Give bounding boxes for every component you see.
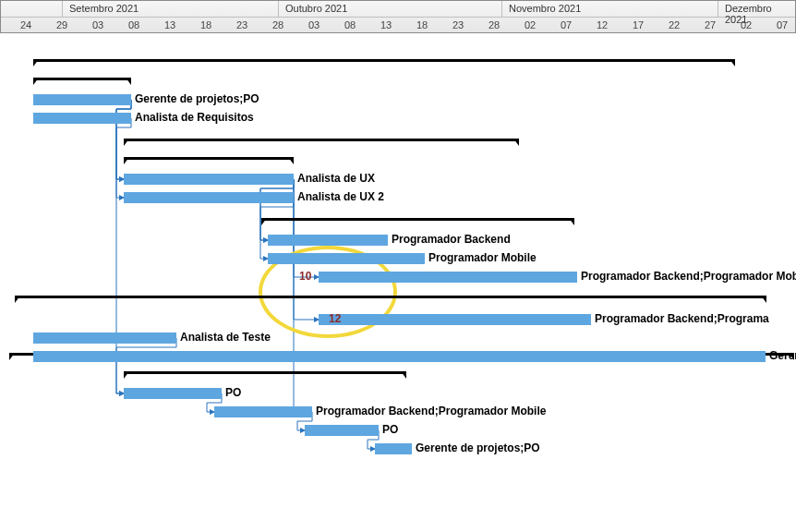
summary-bar[interactable] <box>33 78 131 85</box>
task-label: Gerente <box>769 349 796 362</box>
task-bar[interactable] <box>319 272 577 283</box>
day-label: 17 <box>633 19 644 30</box>
day-label: 02 <box>741 19 752 30</box>
task-label: Analista de Teste <box>180 331 271 344</box>
day-label: 12 <box>597 19 608 30</box>
day-label: 28 <box>272 19 283 30</box>
gantt-timeline-header: Setembro 2021Outubro 2021Novembro 2021De… <box>0 0 796 33</box>
task-label: Programador Backend;Programador Mobile <box>316 405 546 417</box>
task-bar[interactable] <box>268 253 425 264</box>
task-bar[interactable] <box>214 406 312 417</box>
task-label: Analista de Requisitos <box>135 111 254 124</box>
day-label: 08 <box>344 19 356 30</box>
task-bar[interactable] <box>268 235 388 246</box>
task-bar[interactable] <box>305 425 379 436</box>
day-label: 28 <box>488 19 500 30</box>
task-bar[interactable] <box>33 332 176 344</box>
day-label: 13 <box>164 19 175 30</box>
day-label: 08 <box>128 19 139 30</box>
day-label: 07 <box>777 19 788 30</box>
day-label: 03 <box>92 19 103 30</box>
summary-bar[interactable] <box>124 139 519 146</box>
summary-bar[interactable] <box>15 296 766 303</box>
day-label: 23 <box>452 19 464 30</box>
annotation-label: 10 <box>299 270 311 283</box>
month-label: Outubro 2021 <box>285 3 347 14</box>
day-label: 29 <box>56 19 67 30</box>
day-label: 27 <box>705 19 716 30</box>
gantt-chart-area[interactable]: Gerente de projetos;POAnalista de Requis… <box>0 33 796 532</box>
summary-bar[interactable] <box>33 59 735 66</box>
summary-bar[interactable] <box>261 218 574 225</box>
day-label: 03 <box>308 19 320 30</box>
day-label: 18 <box>200 19 211 30</box>
day-label: 13 <box>380 19 392 30</box>
task-label: Gerente de projetos;PO <box>135 92 259 105</box>
summary-bar[interactable] <box>124 371 406 379</box>
task-bar[interactable] <box>33 113 131 124</box>
annotation-label: 12 <box>329 312 341 325</box>
day-row: 2429030813182328030813182328020712172227… <box>1 18 795 34</box>
month-label: Setembro 2021 <box>69 3 139 14</box>
task-bar[interactable] <box>319 314 591 325</box>
month-row: Setembro 2021Outubro 2021Novembro 2021De… <box>1 1 795 18</box>
day-label: 23 <box>236 19 247 30</box>
task-label: Programador Backend <box>392 233 511 246</box>
task-label: Programador Mobile <box>428 251 537 264</box>
summary-bar[interactable] <box>124 157 294 164</box>
task-label: Programador Backend;Programador Mob <box>581 270 796 283</box>
task-label: Analista de UX <box>297 172 375 185</box>
task-bar[interactable] <box>375 443 412 454</box>
task-label: Gerente de projetos;PO <box>416 441 540 454</box>
day-label: 24 <box>20 19 31 30</box>
day-label: 22 <box>669 19 680 30</box>
task-bar[interactable] <box>124 192 294 203</box>
task-bar[interactable] <box>124 174 294 185</box>
day-label: 07 <box>561 19 572 30</box>
task-bar[interactable] <box>33 351 766 362</box>
day-label: 02 <box>525 19 536 30</box>
dependency-lines <box>0 33 796 532</box>
day-label: 18 <box>416 19 428 30</box>
task-label: Programador Backend;Programa <box>595 312 769 325</box>
task-bar[interactable] <box>124 388 222 399</box>
task-label: Analista de UX 2 <box>297 190 384 203</box>
task-bar[interactable] <box>33 94 131 105</box>
task-label: PO <box>225 386 241 399</box>
task-label: PO <box>382 423 398 436</box>
month-label: Novembro 2021 <box>509 3 581 14</box>
